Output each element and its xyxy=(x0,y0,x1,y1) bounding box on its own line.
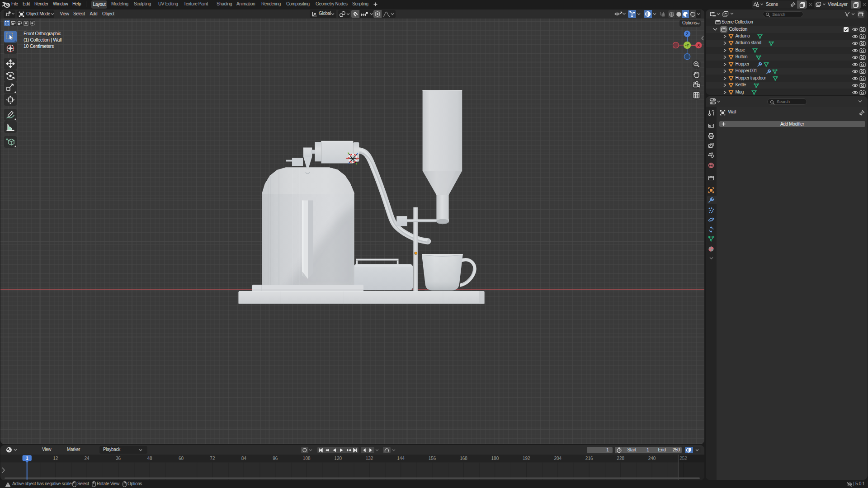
svg-text:12: 12 xyxy=(53,456,58,461)
svg-text:240: 240 xyxy=(648,456,656,461)
svg-text:204: 204 xyxy=(554,456,561,461)
svg-text:120: 120 xyxy=(334,456,342,461)
svg-text:168: 168 xyxy=(460,456,467,461)
svg-text:Z: Z xyxy=(686,31,689,36)
svg-text:1: 1 xyxy=(26,456,28,461)
svg-text:60: 60 xyxy=(179,456,184,461)
svg-text:192: 192 xyxy=(523,456,530,461)
svg-text:48: 48 xyxy=(147,456,152,461)
svg-text:X: X xyxy=(697,43,700,47)
svg-text:108: 108 xyxy=(303,456,311,461)
svg-text:72: 72 xyxy=(210,456,215,461)
svg-text:156: 156 xyxy=(429,456,436,461)
svg-text:96: 96 xyxy=(273,456,278,461)
svg-text:228: 228 xyxy=(617,456,624,461)
svg-text:-Y: -Y xyxy=(685,43,689,47)
svg-text:216: 216 xyxy=(585,456,593,461)
svg-text:24: 24 xyxy=(85,456,90,461)
svg-text:180: 180 xyxy=(491,456,499,461)
svg-text:36: 36 xyxy=(116,456,121,461)
svg-text:84: 84 xyxy=(241,456,247,461)
svg-text:132: 132 xyxy=(366,456,373,461)
svg-text:144: 144 xyxy=(397,456,405,461)
